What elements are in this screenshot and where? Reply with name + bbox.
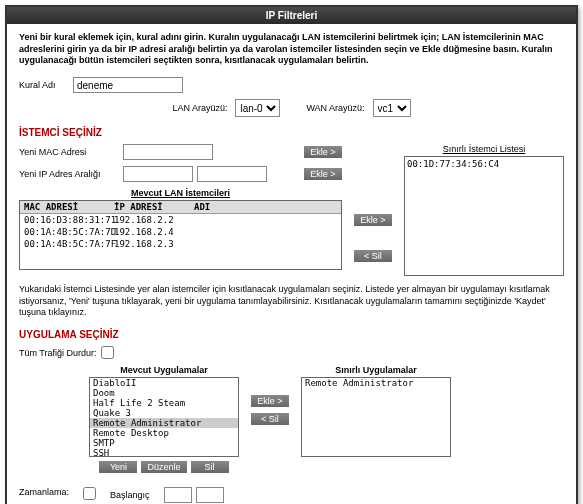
table-row[interactable]: 00:16:D3:88:31:71192.168.2.2 xyxy=(20,214,341,226)
list-item[interactable]: DiabloII xyxy=(90,378,238,388)
col-name-header: ADI xyxy=(190,201,230,213)
add-ip-button[interactable]: Ekle > xyxy=(304,168,342,180)
window-title: IP Filtreleri xyxy=(7,7,576,24)
new-mac-input[interactable] xyxy=(123,144,213,160)
wan-iface-label: WAN Arayüzü: xyxy=(306,103,364,113)
new-app-button[interactable]: Yeni xyxy=(99,461,137,473)
apps-title: Mevcut Uygulamalar xyxy=(89,365,239,375)
list-item[interactable]: Remote Administrator xyxy=(90,418,238,428)
start-hour-input[interactable] xyxy=(164,487,192,503)
lan-clients-title: Mevcut LAN İstemcileri xyxy=(19,188,342,198)
lan-iface-label: LAN Arayüzü: xyxy=(172,103,227,113)
start-label: Başlangıç xyxy=(110,490,160,500)
table-row[interactable]: 00:1A:4B:5C:7A:7D192.168.2.4 xyxy=(20,226,341,238)
restricted-apps-list[interactable]: Remote Administrator xyxy=(301,377,451,457)
new-mac-label: Yeni MAC Adresi xyxy=(19,147,119,157)
restricted-clients-list[interactable]: 00:1D:77:34:56:C4 xyxy=(404,156,564,276)
list-item[interactable]: Quake 3 xyxy=(90,408,238,418)
rule-name-label: Kural Adı xyxy=(19,80,69,90)
add-mac-button[interactable]: Ekle > xyxy=(304,146,342,158)
list-item[interactable]: SSH xyxy=(90,448,238,457)
app-desc-text: Yukarıdaki İstemci Listesinde yer alan i… xyxy=(19,284,564,319)
intro-text: Yeni bir kural eklemek için, kural adını… xyxy=(19,32,564,67)
lan-clients-list[interactable]: MAC ADRESİ İP ADRESİ ADI 00:16:D3:88:31:… xyxy=(19,200,342,270)
rule-name-input[interactable] xyxy=(73,77,183,93)
new-ip-end-input[interactable] xyxy=(197,166,267,182)
wan-iface-select[interactable]: vc1 xyxy=(373,99,411,117)
remove-client-button[interactable]: < Sil xyxy=(354,250,392,262)
section-select-app: UYGULAMA SEÇİNİZ xyxy=(19,329,564,340)
col-mac-header: MAC ADRESİ xyxy=(20,201,110,213)
restricted-apps-title: Sınırlı Uygulamalar xyxy=(301,365,451,375)
apps-list[interactable]: DiabloIIDoomHalf Life 2 SteamQuake 3Remo… xyxy=(89,377,239,457)
edit-app-button[interactable]: Düzenle xyxy=(141,461,186,473)
new-ip-label: Yeni IP Adres Aralığı xyxy=(19,169,119,179)
lan-iface-select[interactable]: lan-0 xyxy=(235,99,280,117)
list-item[interactable]: SMTP xyxy=(90,438,238,448)
list-item[interactable]: 00:1D:77:34:56:C4 xyxy=(407,159,561,169)
schedule-label: Zamanlama: xyxy=(19,487,79,497)
list-item[interactable]: Remote Desktop xyxy=(90,428,238,438)
col-ip-header: İP ADRESİ xyxy=(110,201,190,213)
del-app-button[interactable]: Sil xyxy=(191,461,229,473)
add-app-button[interactable]: Ekle > xyxy=(251,395,289,407)
block-all-checkbox[interactable] xyxy=(101,346,114,359)
list-item[interactable]: Doom xyxy=(90,388,238,398)
restricted-clients-title: Sınırlı İstemci Listesi xyxy=(404,144,564,154)
list-item[interactable]: Half Life 2 Steam xyxy=(90,398,238,408)
new-ip-start-input[interactable] xyxy=(123,166,193,182)
table-row[interactable]: 00:1A:4B:5C:7A:7F192.168.2.3 xyxy=(20,238,341,250)
remove-app-button[interactable]: < Sil xyxy=(251,413,289,425)
schedule-checkbox[interactable] xyxy=(83,487,96,500)
start-min-input[interactable] xyxy=(196,487,224,503)
block-all-label: Tüm Trafiği Durdur: xyxy=(19,348,97,358)
section-select-client: İSTEMCİ SEÇİNİZ xyxy=(19,127,564,138)
list-item[interactable]: Remote Administrator xyxy=(302,378,450,388)
add-client-button[interactable]: Ekle > xyxy=(354,214,392,226)
